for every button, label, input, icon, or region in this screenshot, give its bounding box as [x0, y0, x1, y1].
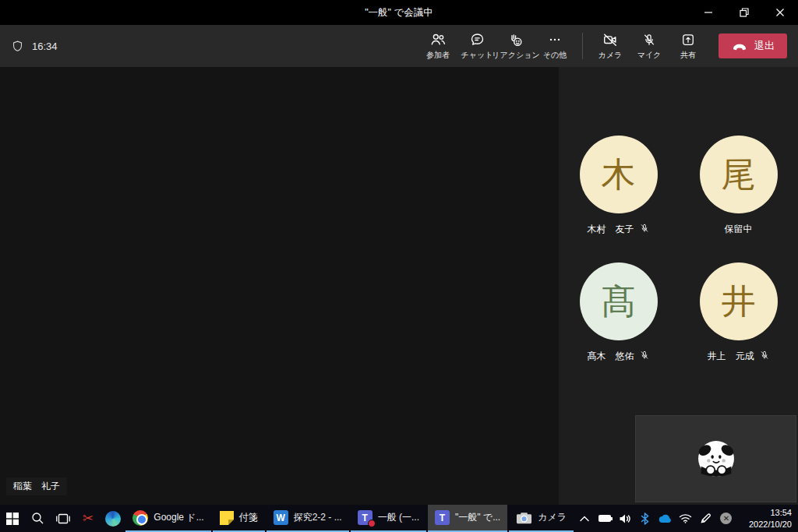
scissors-icon: ✂ [83, 510, 94, 527]
main-stage: 稲葉 礼子 [0, 67, 559, 505]
share-icon [680, 32, 696, 48]
wifi-icon [679, 513, 692, 523]
edge-icon [105, 511, 121, 527]
taskbar-app-word[interactable]: W 探究2-2 - ... [267, 505, 349, 532]
taskbar-app-teams-channel[interactable]: T 一般 (一... [351, 505, 426, 532]
restore-button[interactable] [726, 0, 762, 25]
participant-tile[interactable]: 木 木村 友子 [573, 136, 665, 236]
x-circle-icon: ✕ [720, 513, 732, 524]
taskbar-app-sticky-notes[interactable]: 付箋 [213, 505, 265, 532]
mic-toggle-button[interactable]: マイク [630, 25, 669, 67]
word-icon: W [274, 510, 288, 525]
participants-icon [429, 32, 447, 48]
teams-icon: T [358, 510, 373, 525]
volume-status[interactable] [616, 505, 634, 532]
participant-tile[interactable]: 髙 髙木 悠佑 [573, 262, 665, 363]
chat-button[interactable]: チャット [457, 25, 496, 67]
hangup-icon [731, 41, 748, 51]
participant-label: 髙木 悠佑 [588, 350, 650, 363]
window-controls [690, 0, 798, 25]
teams-icon: T [435, 510, 450, 525]
task-view-icon [56, 513, 70, 525]
task-view-button[interactable] [51, 505, 76, 532]
self-view[interactable] [635, 415, 796, 502]
windows-taskbar: ✂ Google ド... 付箋 W 探究2-2 - ... T 一般 (一..… [0, 505, 798, 532]
toolbar-divider [582, 33, 583, 59]
avatar: 髙 [580, 262, 658, 340]
search-button[interactable] [25, 505, 50, 532]
system-tray: ✕ 13:54 2022/10/20 [575, 505, 798, 532]
meeting-stage-area: 稲葉 礼子 木 木村 友子 尾 保留中 [0, 67, 798, 505]
pen-status[interactable] [697, 505, 715, 532]
taskbar-app-camera[interactable]: カメラ [509, 505, 574, 532]
close-button[interactable] [762, 0, 798, 25]
camera-toggle-button[interactable]: カメラ [591, 25, 630, 67]
tray-expand-button[interactable] [575, 505, 594, 532]
windows-logo-icon [6, 513, 19, 525]
mic-muted-icon [639, 350, 650, 363]
leave-button[interactable]: 退出 [719, 33, 787, 58]
window-title: "一般" で会議中 [0, 6, 798, 19]
titlebar: "一般" で会議中 [0, 0, 798, 25]
participant-tile[interactable]: 井 井上 元成 [693, 262, 785, 363]
taskbar-clock[interactable]: 13:54 2022/10/20 [737, 507, 798, 530]
presenter-name-chip: 稲葉 礼子 [6, 477, 67, 495]
search-icon [31, 512, 44, 525]
speaker-icon [619, 513, 631, 524]
bluetooth-icon [641, 513, 649, 525]
taskbar-app-teams-meeting[interactable]: T "一般" で... [428, 505, 507, 532]
mic-muted-icon [639, 223, 650, 236]
minimize-button[interactable] [690, 0, 726, 25]
start-button[interactable] [0, 505, 25, 532]
bluetooth-status[interactable] [636, 505, 655, 532]
onedrive-status[interactable] [656, 505, 675, 532]
reactions-icon [507, 32, 524, 48]
mic-off-icon [641, 32, 657, 48]
toolbar-actions: 参加者 チャット リアクション その他 カメラ マイク [418, 25, 798, 67]
camera-app-icon [516, 512, 532, 524]
more-button[interactable]: その他 [535, 25, 574, 67]
chevron-up-icon [580, 516, 589, 522]
pen-icon [700, 513, 711, 524]
disconnect-status[interactable]: ✕ [717, 505, 736, 532]
notification-badge [368, 520, 376, 527]
participant-label: 保留中 [725, 223, 753, 236]
sticky-notes-icon [220, 511, 234, 525]
edge-button[interactable] [101, 505, 125, 532]
chat-icon [469, 32, 486, 48]
avatar: 木 [580, 136, 658, 213]
clock-time: 13:54 [737, 507, 792, 519]
mascot-avatar [694, 436, 739, 481]
more-icon [547, 32, 563, 48]
clock-date: 2022/10/20 [737, 519, 792, 530]
battery-icon [598, 515, 611, 522]
shield-icon [11, 39, 24, 54]
participant-label: 木村 友子 [588, 223, 650, 236]
share-button[interactable]: 共有 [669, 25, 708, 67]
mic-muted-icon [759, 350, 770, 363]
chrome-icon [132, 510, 148, 526]
close-icon [775, 8, 785, 17]
participant-tile[interactable]: 尾 保留中 [693, 136, 785, 236]
taskbar-app-chrome[interactable]: Google ド... [125, 505, 210, 532]
meeting-info: 16:34 [0, 39, 58, 54]
wifi-status[interactable] [676, 505, 695, 532]
meeting-toolbar: 16:34 参加者 チャット リアクション その他 カメラ [0, 25, 798, 67]
camera-off-icon [602, 32, 619, 48]
participant-label: 井上 元成 [708, 350, 770, 363]
participant-tiles: 木 木村 友子 尾 保留中 髙 [559, 136, 798, 363]
avatar: 尾 [700, 136, 778, 213]
snip-sketch-button[interactable]: ✂ [76, 505, 101, 532]
restore-icon [740, 8, 749, 17]
battery-status[interactable] [595, 505, 614, 532]
avatar: 井 [700, 262, 778, 340]
minimize-icon [704, 8, 713, 17]
reactions-button[interactable]: リアクション [496, 25, 535, 67]
onedrive-cloud-icon [659, 514, 673, 523]
participants-button[interactable]: 参加者 [418, 25, 457, 67]
meeting-timer: 16:34 [32, 41, 58, 52]
teams-meeting-window: "一般" で会議中 16:34 参加者 チャット [0, 0, 798, 532]
